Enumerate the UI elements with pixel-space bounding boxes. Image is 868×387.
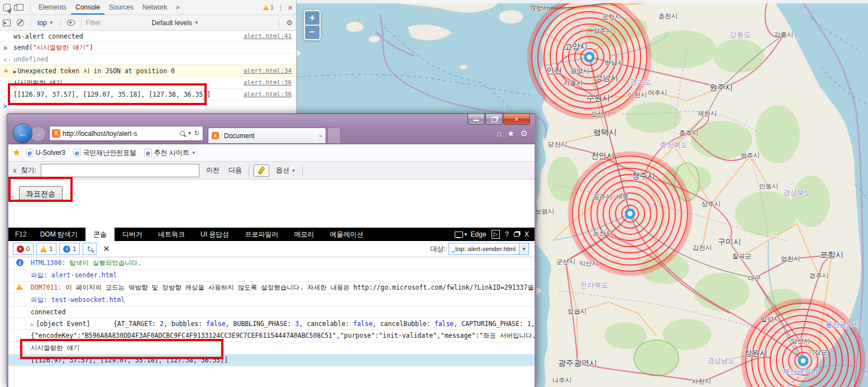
tab-console[interactable]: Console: [71, 0, 104, 15]
find-bar: x 찾기: 이전 다음 옵션 ▼: [8, 162, 535, 180]
warnings-filter-button[interactable]: 1: [36, 243, 56, 255]
inspect-element-icon[interactable]: [0, 1, 13, 14]
favorites-star-icon[interactable]: ★: [507, 129, 514, 139]
settings-gear-icon[interactable]: ⚙: [521, 129, 528, 139]
clear-on-navigate-icon: ↻: [87, 245, 93, 253]
source-link[interactable]: alert.html:36: [238, 91, 292, 98]
file-link[interactable]: 파일: alert-sender.html: [31, 271, 117, 279]
tab-title: Document: [224, 132, 255, 140]
f12-tab-콘솔[interactable]: 콘솔: [85, 228, 115, 241]
map-top-strip: [296, 0, 868, 3]
console-text: ws-alert connected: [13, 32, 83, 40]
devtools-close-icon[interactable]: ×: [288, 3, 293, 12]
browser-tab[interactable]: X Document ×: [208, 128, 326, 143]
send-coordinates-button[interactable]: 좌표전송: [19, 186, 63, 202]
expand-icon[interactable]: ▷: [31, 322, 34, 327]
console-text: undefined: [13, 55, 48, 63]
back-button[interactable]: ←: [13, 124, 32, 143]
map-label-보령시: 보령시: [535, 207, 555, 216]
input-chevron-icon: >: [3, 44, 7, 52]
map-label-밀양시: 밀양시: [761, 315, 780, 324]
console-settings-gear-icon[interactable]: ⚙: [286, 18, 293, 27]
f12-close-icon[interactable]: X: [524, 230, 529, 238]
clear-on-navigate-button[interactable]: ↻: [83, 243, 97, 255]
source-link[interactable]: alert.html:36: [238, 79, 292, 86]
help-icon[interactable]: ?: [505, 230, 509, 238]
find-input[interactable]: [41, 164, 199, 177]
log-levels-selector[interactable]: Default levels▼: [149, 19, 202, 27]
tab-sources[interactable]: Sources: [104, 0, 138, 15]
find-options-button[interactable]: 옵션 ▼: [274, 164, 298, 176]
file-link[interactable]: 파일: test-websocket.html: [31, 296, 125, 304]
emulation-device-selector[interactable]: ▼ Edge: [455, 230, 487, 238]
f12-tab-디버거[interactable]: 디버거: [115, 228, 150, 241]
refresh-icon[interactable]: ↻: [194, 130, 199, 137]
f12-tab-에뮬레이션[interactable]: 에뮬레이션: [322, 228, 371, 241]
f12-tabs: DOM 탐색기콘솔디버거네트워크UI 응답성프로파일러메모리에뮬레이션: [32, 228, 371, 241]
map-label-강원도: 강원도: [729, 30, 751, 40]
find-previous-button[interactable]: 이전: [204, 164, 222, 176]
live-expression-eye-icon[interactable]: [64, 16, 78, 30]
prompt-chevron-icon[interactable]: >: [3, 102, 7, 110]
unpin-icon[interactable]: ▷: [492, 230, 500, 239]
dropdown-arrow-icon: ▼: [192, 150, 196, 155]
console-text: [[126.97, 37.57], [129.07, 35.18], [127.…: [13, 91, 211, 98]
context-selector[interactable]: top▼: [34, 19, 57, 27]
map-label-인천: 인천: [546, 66, 562, 76]
source-link[interactable]: alert.html:41: [238, 32, 292, 40]
console-filter-input[interactable]: [85, 18, 149, 27]
chrome-devtools-panel: ElementsConsoleSourcesNetwork » 1 ⋮ × ▶ …: [0, 0, 297, 114]
alert-marker[interactable]: [626, 210, 634, 218]
zoom-in-button[interactable]: +: [305, 11, 319, 26]
find-close-icon[interactable]: x: [13, 167, 17, 174]
address-dropdown-icon[interactable]: ▼: [188, 131, 192, 136]
clear-console-icon[interactable]: [13, 16, 27, 30]
close-button[interactable]: ✕: [503, 114, 530, 125]
favorite-item[interactable]: e국민재난안전포털: [71, 147, 139, 159]
tab-close-icon[interactable]: ×: [319, 133, 322, 139]
alert-marker[interactable]: [799, 357, 807, 365]
f12-tab-DOM 탐색기[interactable]: DOM 탐색기: [32, 228, 85, 241]
f12-tab-메모리[interactable]: 메모리: [286, 228, 322, 241]
ie-browser-window: ▬ ✕ ← → X http://localhost/toy/alert-s ▼…: [7, 114, 536, 387]
search-icon[interactable]: [180, 131, 185, 136]
map-label-제천시: 제천시: [698, 110, 717, 118]
device-toolbar-icon[interactable]: [13, 1, 27, 14]
devtools-menu-icon[interactable]: ⋮: [277, 3, 284, 12]
tab-elements[interactable]: Elements: [34, 0, 71, 15]
console-sidebar-icon[interactable]: ▶: [0, 16, 13, 30]
restore-button[interactable]: [485, 114, 503, 125]
alert-marker[interactable]: [585, 53, 593, 61]
find-next-button[interactable]: 다음: [226, 164, 244, 176]
dock-icon[interactable]: [514, 232, 519, 237]
warning-icon: [16, 284, 23, 290]
address-bar[interactable]: X http://localhost/toy/alert-s ▼ ↻: [49, 126, 203, 141]
source-link[interactable]: alert.html:34: [238, 67, 292, 74]
zoom-out-button[interactable]: −: [305, 26, 319, 39]
url-text[interactable]: http://localhost/toy/alert-s: [63, 130, 178, 138]
minimize-button[interactable]: ▬: [468, 114, 485, 125]
map-label-영천시: 영천시: [781, 255, 800, 263]
favorite-item[interactable]: eU-Solver3: [23, 148, 68, 158]
more-tabs-button[interactable]: »: [171, 0, 184, 15]
home-icon[interactable]: ⌂: [497, 129, 502, 139]
messages-filter-button[interactable]: i 1: [59, 243, 80, 255]
add-favorite-icon[interactable]: ★: [13, 148, 20, 158]
errors-filter-button[interactable]: × 0: [13, 243, 34, 255]
new-tab-area[interactable]: [327, 128, 341, 143]
target-dropdown[interactable]: _top: alert-sender.html ▼: [449, 243, 529, 255]
f12-devtools-bar: F12 DOM 탐색기콘솔디버거네트워크UI 응답성프로파일러메모리에뮬레이션 …: [8, 228, 535, 241]
f12-tab-프로파일러[interactable]: 프로파일러: [237, 228, 286, 241]
clear-console-icon[interactable]: ✕: [103, 244, 110, 254]
forward-button[interactable]: →: [30, 126, 46, 141]
highlight-all-button[interactable]: [254, 164, 269, 177]
ie-titlebar[interactable]: ▬ ✕ ← → X http://localhost/toy/alert-s ▼…: [8, 114, 535, 144]
window-controls: ▬ ✕: [467, 114, 530, 125]
map-label-포천시: 포천시: [602, 13, 622, 21]
favorite-item[interactable]: e추천 사이트▼: [142, 147, 198, 159]
f12-tab-UI 응답성[interactable]: UI 응답성: [193, 228, 237, 241]
f12-tab-네트워크[interactable]: 네트워크: [150, 228, 193, 241]
warning-count-badge[interactable]: 1: [263, 4, 274, 11]
tab-network[interactable]: Network: [138, 0, 171, 15]
console-text: connected: [31, 308, 65, 316]
